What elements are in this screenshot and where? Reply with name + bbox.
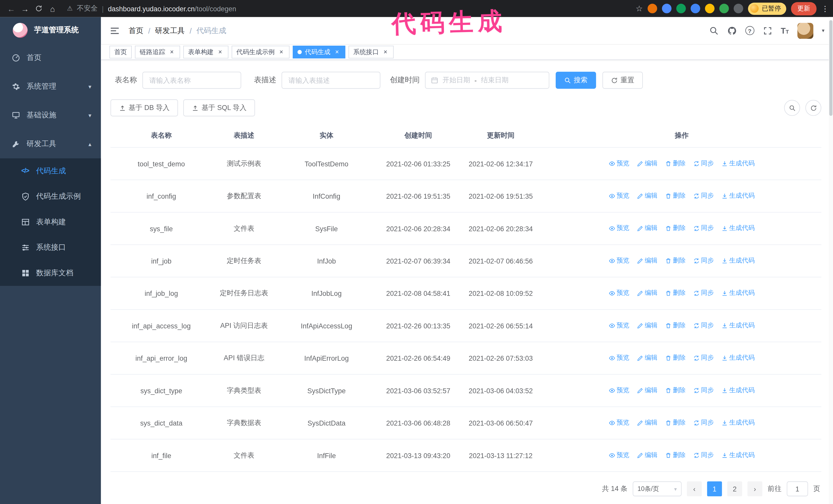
import-db-button[interactable]: 基于 DB 导入 [111,99,178,116]
sidebar-item-codegen-example[interactable]: 代码生成示例 [0,184,101,209]
refresh-table-button[interactable] [805,100,821,116]
row-action-generate-code[interactable]: 生成代码 [721,321,755,330]
row-action-generate-code[interactable]: 生成代码 [721,192,755,200]
tab-close-icon[interactable]: × [168,49,175,56]
breadcrumb-devtools[interactable]: 研发工具 [155,26,185,35]
page-button-1[interactable]: 1 [707,481,722,496]
row-action-sync[interactable]: 同步 [693,354,714,362]
row-action-edit[interactable]: 编辑 [637,256,658,265]
row-action-sync[interactable]: 同步 [693,256,714,265]
font-size-icon[interactable]: TT [781,26,789,35]
page-button-2[interactable]: 2 [728,481,742,496]
goto-page-input[interactable] [787,481,808,496]
row-action-sync[interactable]: 同步 [693,224,714,233]
row-action-generate-code[interactable]: 生成代码 [721,418,755,427]
search-button[interactable]: 搜索 [556,72,596,89]
back-icon[interactable]: ← [4,2,18,16]
row-action-preview[interactable]: 预览 [609,451,629,460]
tab-codegen[interactable]: 代码生成× [293,46,345,58]
forward-icon[interactable]: → [18,2,32,16]
row-action-sync[interactable]: 同步 [693,159,714,168]
row-action-sync[interactable]: 同步 [693,289,714,297]
row-action-delete[interactable]: 删除 [665,386,686,395]
scrollbar[interactable] [829,17,833,504]
reset-button[interactable]: 重置 [602,72,643,89]
row-action-generate-code[interactable]: 生成代码 [721,386,755,395]
table-desc-input[interactable] [282,72,381,89]
toggle-search-button[interactable] [784,100,800,116]
user-avatar[interactable] [798,23,813,39]
sidebar-item-system[interactable]: 系统管理 ▾ [0,72,101,101]
row-action-delete[interactable]: 删除 [665,192,686,200]
extension-icon[interactable] [662,4,671,13]
fullscreen-icon[interactable] [763,26,772,35]
tab-close-icon[interactable]: × [217,49,224,56]
table-name-input[interactable] [142,72,241,89]
row-action-generate-code[interactable]: 生成代码 [721,224,755,233]
row-action-generate-code[interactable]: 生成代码 [721,354,755,362]
row-action-sync[interactable]: 同步 [693,321,714,330]
tab-codegen-example[interactable]: 代码生成示例× [232,46,290,58]
import-sql-button[interactable]: 基于 SQL 导入 [184,99,255,116]
extension-puzzle-icon[interactable] [734,4,743,13]
row-action-delete[interactable]: 删除 [665,451,686,460]
bookmark-star-icon[interactable]: ☆ [636,4,643,13]
row-action-preview[interactable]: 预览 [609,192,629,200]
next-page-button[interactable]: › [747,481,762,496]
row-action-preview[interactable]: 预览 [609,256,629,265]
row-action-edit[interactable]: 编辑 [637,289,658,297]
tab-home[interactable]: 首页 [110,46,132,58]
chrome-update-button[interactable]: 更新 [791,2,816,15]
row-action-edit[interactable]: 编辑 [637,159,658,168]
home-icon[interactable]: ⌂ [46,2,60,16]
sidebar-item-db-doc[interactable]: 数据库文档 [0,261,101,286]
row-action-preview[interactable]: 预览 [609,418,629,427]
sidebar-logo[interactable]: 芋道管理系统 [0,17,101,44]
row-action-delete[interactable]: 删除 [665,418,686,427]
tab-form-builder[interactable]: 表单构建× [183,46,229,58]
sidebar-item-home[interactable]: 首页 [0,44,101,72]
user-caret-down-icon[interactable]: ▾ [822,28,824,33]
row-action-delete[interactable]: 删除 [665,224,686,233]
sidebar-item-codegen[interactable]: </> 代码生成 [0,159,101,184]
scrollbar-thumb[interactable] [829,20,832,116]
sidebar-item-infra[interactable]: 基础设施 ▾ [0,101,101,130]
row-action-edit[interactable]: 编辑 [637,321,658,330]
row-action-delete[interactable]: 删除 [665,256,686,265]
row-action-sync[interactable]: 同步 [693,418,714,427]
extension-icon[interactable] [691,4,700,13]
sidebar-item-form-builder[interactable]: 表单构建 [0,210,101,235]
row-action-preview[interactable]: 预览 [609,289,629,297]
extension-icon[interactable] [648,4,657,13]
tab-close-icon[interactable]: × [278,49,285,56]
row-action-edit[interactable]: 编辑 [637,451,658,460]
page-size-select[interactable]: 10条/页 ▾ [633,481,682,496]
row-action-sync[interactable]: 同步 [693,192,714,200]
row-action-delete[interactable]: 删除 [665,321,686,330]
search-icon[interactable] [709,26,718,35]
reload-icon[interactable] [32,2,46,16]
address-bar[interactable]: ⚠ 不安全 | dashboard.yudao.iocoder.cn/tool/… [67,4,636,13]
row-action-generate-code[interactable]: 生成代码 [721,159,755,168]
prev-page-button[interactable]: ‹ [687,481,702,496]
extension-icon[interactable] [719,4,729,13]
date-range-picker[interactable]: 开始日期 - 结束日期 [425,72,549,89]
tab-tracer[interactable]: 链路追踪× [135,46,180,58]
help-icon[interactable]: ? [745,26,754,35]
row-action-generate-code[interactable]: 生成代码 [721,289,755,297]
row-action-delete[interactable]: 删除 [665,354,686,362]
row-action-preview[interactable]: 预览 [609,354,629,362]
hamburger-icon[interactable] [110,25,120,35]
row-action-edit[interactable]: 编辑 [637,354,658,362]
row-action-preview[interactable]: 预览 [609,321,629,330]
row-action-sync[interactable]: 同步 [693,386,714,395]
row-action-edit[interactable]: 编辑 [637,224,658,233]
sidebar-item-system-api[interactable]: 系统接口 [0,235,101,260]
row-action-edit[interactable]: 编辑 [637,192,658,200]
tab-system-api[interactable]: 系统接口× [349,46,394,58]
tab-close-icon[interactable]: × [382,49,389,56]
profile-paused-chip[interactable]: 已暂停 [748,2,786,15]
row-action-sync[interactable]: 同步 [693,451,714,460]
row-action-preview[interactable]: 预览 [609,386,629,395]
extension-icon[interactable] [705,4,714,13]
